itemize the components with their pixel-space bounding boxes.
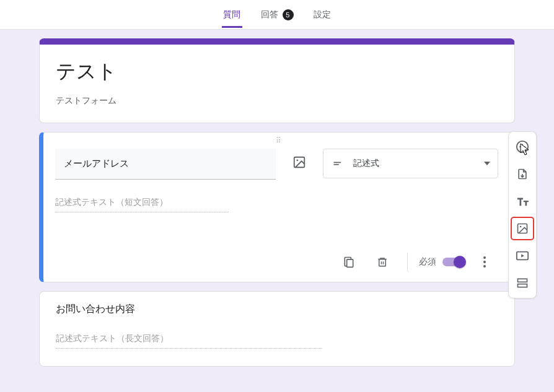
svg-point-6 [483,256,486,259]
question-title[interactable]: お問い合わせ内容 [56,303,498,316]
question-type-select[interactable]: 記述式 [323,149,498,178]
add-circle-icon [516,140,529,154]
copy-icon [343,255,355,269]
image-icon [292,155,306,169]
tab-questions[interactable]: 質問 [222,2,242,28]
form-description[interactable]: テストフォーム [56,95,498,107]
form-header-card[interactable]: テスト テストフォーム [39,38,515,123]
add-title-button[interactable] [511,190,534,212]
import-questions-button[interactable] [511,163,534,185]
question-card[interactable]: お問い合わせ内容 記述式テキスト（長文回答） [39,291,515,367]
question-card-active[interactable]: ⠿ 記述式 記述式テキスト（短文回答） [39,132,515,282]
question-type-label: 記述式 [353,158,379,169]
add-image-toolbar-button[interactable] [511,217,534,240]
more-options-button[interactable] [471,248,498,276]
svg-point-7 [483,261,486,263]
toggle-thumb [454,256,466,268]
form-title[interactable]: テスト [56,58,498,85]
add-image-button[interactable] [286,149,313,176]
tab-settings[interactable]: 設定 [312,2,333,28]
section-icon [516,277,529,289]
text-title-icon [516,196,529,207]
top-tabs: 質問 回答 5 設定 [0,0,554,30]
drag-handle-icon[interactable]: ⠿ [276,136,283,145]
svg-point-1 [296,159,298,161]
svg-point-8 [483,265,486,268]
question-title-input[interactable] [55,149,276,180]
import-icon [516,167,529,181]
tab-responses[interactable]: 回答 5 [260,2,295,28]
svg-rect-3 [334,164,339,165]
required-toggle[interactable] [442,258,465,266]
short-text-icon [332,157,345,170]
svg-point-11 [520,226,522,228]
video-icon [516,250,529,261]
svg-rect-14 [518,284,527,287]
svg-rect-13 [518,279,527,282]
image-icon [516,222,529,235]
more-vert-icon [483,256,486,268]
chevron-down-icon [484,162,490,165]
add-video-button[interactable] [511,245,534,267]
delete-button[interactable] [369,248,396,276]
form-canvas: テスト テストフォーム ⠿ 記述式 記述式テキスト（短文回答） [0,30,554,375]
question-footer: 必須 [55,242,498,276]
required-label: 必須 [419,256,436,268]
tab-responses-label: 回答 [261,9,279,20]
answer-hint: 記述式テキスト（長文回答） [56,333,322,349]
responses-count-badge: 5 [283,9,294,20]
add-section-button[interactable] [511,272,534,294]
footer-divider [407,253,408,271]
svg-rect-4 [347,259,353,268]
add-question-button[interactable] [511,136,534,158]
svg-rect-2 [334,162,341,163]
side-toolbar [508,131,537,298]
delete-icon [377,255,388,269]
duplicate-button[interactable] [335,248,363,276]
answer-hint: 記述式テキスト（短文回答） [55,197,229,212]
svg-rect-5 [379,259,386,266]
